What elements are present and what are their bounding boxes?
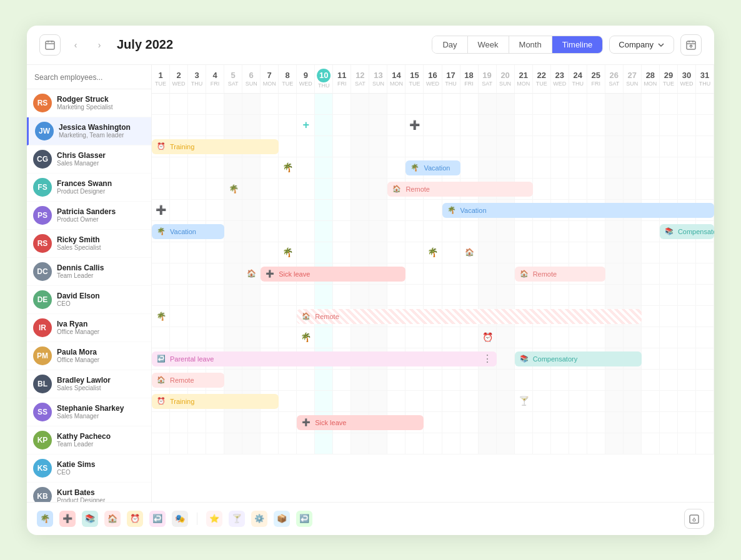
cal-cell[interactable] (261, 115, 279, 135)
cal-cell[interactable] (515, 327, 533, 348)
cal-cell[interactable] (188, 242, 206, 263)
cal-cell[interactable] (624, 370, 642, 390)
cal-cell[interactable] (261, 285, 279, 305)
cal-cell[interactable] (242, 370, 261, 390)
cal-cell[interactable] (206, 179, 224, 199)
cal-cell[interactable] (533, 136, 551, 157)
legend-box[interactable]: 📦 (274, 511, 290, 527)
cal-cell[interactable] (279, 221, 297, 242)
cal-cell[interactable] (660, 433, 678, 454)
cal-cell[interactable] (351, 285, 369, 305)
cal-cell[interactable] (642, 263, 660, 284)
cal-cell[interactable] (333, 370, 351, 390)
cal-cell[interactable] (551, 179, 569, 199)
cal-cell[interactable] (515, 115, 533, 135)
cal-cell[interactable] (170, 327, 188, 348)
cal-cell[interactable] (696, 412, 714, 433)
cal-cell[interactable] (678, 94, 696, 114)
cal-cell[interactable] (642, 412, 660, 433)
cal-cell[interactable] (424, 136, 442, 157)
cal-cell[interactable] (297, 221, 315, 242)
cal-cell[interactable] (587, 136, 605, 157)
cal-cell[interactable] (442, 263, 460, 284)
timeline-view-btn[interactable]: Timeline (552, 36, 603, 53)
cal-cell[interactable] (297, 370, 315, 390)
cal-cell[interactable] (479, 94, 497, 114)
cal-cell[interactable] (660, 348, 678, 369)
legend-training[interactable]: ⏰ (127, 511, 143, 527)
cal-cell[interactable] (188, 285, 206, 305)
employee-row[interactable]: RS Ricky Smith Sales Specialist (27, 230, 151, 258)
legend-other[interactable]: 🎭 (172, 511, 188, 527)
event-bar[interactable]: 📚Compensatory (660, 224, 714, 239)
cal-cell[interactable] (297, 433, 315, 454)
cal-cell[interactable] (206, 412, 224, 433)
cal-cell[interactable] (479, 370, 497, 390)
cal-cell[interactable] (206, 200, 224, 220)
cal-cell[interactable] (297, 242, 315, 263)
cal-cell[interactable] (569, 115, 587, 135)
cal-cell[interactable] (460, 391, 479, 411)
cal-cell[interactable] (460, 433, 479, 454)
cal-cell[interactable] (224, 433, 242, 454)
cal-cell[interactable] (642, 285, 660, 305)
cal-cell[interactable] (405, 242, 424, 263)
cal-cell[interactable] (333, 391, 351, 411)
cal-cell[interactable] (642, 94, 660, 114)
cal-cell[interactable] (696, 136, 714, 157)
cal-cell[interactable] (533, 242, 551, 263)
cal-cell[interactable] (460, 221, 479, 242)
cal-cell[interactable] (351, 221, 369, 242)
cal-cell[interactable] (533, 157, 551, 178)
day-view-btn[interactable]: Day (432, 36, 467, 53)
cal-cell[interactable] (624, 221, 642, 242)
cal-cell[interactable] (497, 263, 515, 284)
cal-cell[interactable] (242, 306, 261, 327)
cal-cell[interactable] (642, 391, 660, 411)
cal-cell[interactable] (551, 370, 569, 390)
cal-cell[interactable] (297, 200, 315, 220)
cal-cell[interactable] (424, 391, 442, 411)
cal-cell[interactable] (170, 179, 188, 199)
cal-cell[interactable] (696, 263, 714, 284)
employee-row[interactable]: PM Paula Mora Office Manager (27, 342, 151, 370)
cal-cell[interactable] (587, 115, 605, 135)
cal-cell[interactable] (170, 285, 188, 305)
cal-cell[interactable] (569, 433, 587, 454)
cal-cell[interactable] (587, 433, 605, 454)
cal-cell[interactable] (206, 285, 224, 305)
cal-cell[interactable] (351, 115, 369, 135)
cal-cell[interactable] (261, 242, 279, 263)
cal-cell[interactable] (333, 327, 351, 348)
cal-cell[interactable] (405, 94, 424, 114)
cal-cell[interactable] (405, 327, 424, 348)
cal-cell[interactable] (605, 285, 624, 305)
cal-cell[interactable] (152, 263, 170, 284)
cal-cell[interactable] (587, 412, 605, 433)
cal-cell[interactable] (424, 370, 442, 390)
cal-cell[interactable] (242, 200, 261, 220)
cal-cell[interactable] (605, 115, 624, 135)
cal-cell[interactable] (242, 157, 261, 178)
cal-cell[interactable] (533, 94, 551, 114)
cal-cell[interactable] (387, 157, 405, 178)
cal-cell[interactable] (224, 370, 242, 390)
cal-cell[interactable] (424, 94, 442, 114)
employee-row[interactable]: JW Jessica Washington Marketing, Team le… (27, 117, 151, 145)
cal-cell[interactable] (678, 115, 696, 135)
cal-cell[interactable] (551, 242, 569, 263)
cal-cell[interactable] (242, 115, 261, 135)
employee-row[interactable]: PS Patricia Sanders Product Owner (27, 202, 151, 230)
cal-cell[interactable] (424, 412, 442, 433)
cal-cell[interactable] (405, 370, 424, 390)
cal-cell[interactable] (188, 179, 206, 199)
cal-cell[interactable] (242, 179, 261, 199)
cal-cell[interactable] (351, 433, 369, 454)
cal-cell[interactable] (660, 263, 678, 284)
event-bar[interactable]: 🏠Remote (152, 373, 224, 388)
cal-cell[interactable] (479, 263, 497, 284)
cal-cell[interactable] (188, 412, 206, 433)
cal-cell[interactable] (460, 94, 479, 114)
cal-cell[interactable] (497, 433, 515, 454)
cal-cell[interactable] (479, 115, 497, 135)
